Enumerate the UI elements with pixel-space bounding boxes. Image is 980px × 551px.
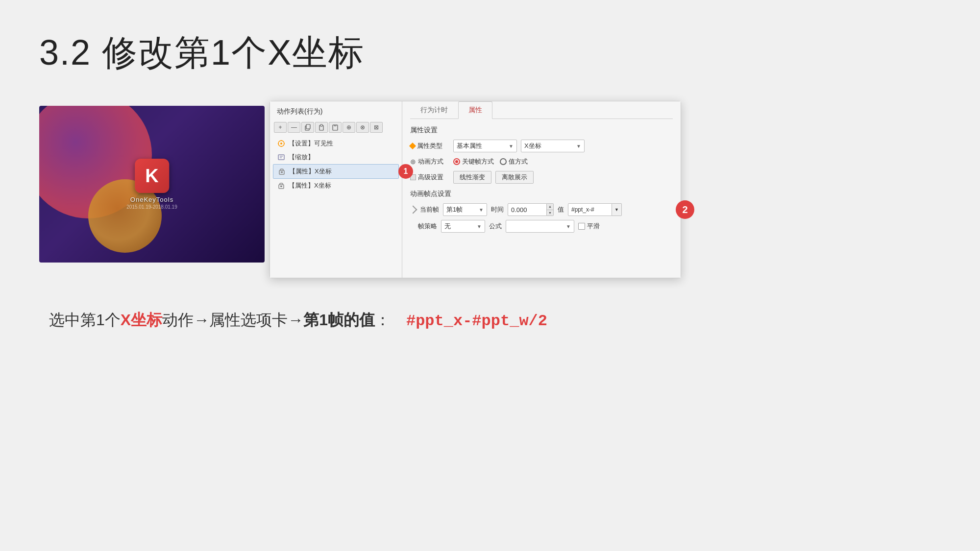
- frame-row: 当前帧 第1帧 ▼ 时间 0.000 ▲ ▼: [410, 203, 673, 216]
- tab-properties[interactable]: 属性: [458, 101, 492, 119]
- desc-before-red: 选中第1个: [49, 311, 121, 329]
- description: 选中第1个X坐标动作→属性选项卡→第1帧的值： #ppt_x-#ppt_w/2: [39, 308, 941, 334]
- svg-rect-3: [320, 124, 322, 126]
- diamond-icon: [409, 143, 416, 149]
- formula-label: 公式: [489, 222, 502, 231]
- tabs-row: 行为计时 属性: [410, 101, 673, 119]
- page-title: 3.2 修改第1个X坐标: [39, 29, 941, 76]
- value-input[interactable]: #ppt_x-#: [568, 203, 612, 216]
- thumbnail: K OneKeyTools 2015.01.19-2018.01.19: [39, 106, 265, 263]
- action-items: 【设置】可见性 【缩放】: [270, 137, 402, 192]
- tab-timing[interactable]: 行为计时: [410, 101, 458, 119]
- action-item-scale-label: 【缩放】: [289, 153, 314, 162]
- advanced-label: 高级设置: [410, 173, 449, 182]
- properties-panel: 行为计时 属性 属性设置 属性类型 基本属性 ▼: [402, 101, 681, 278]
- radio-keyframe[interactable]: 关键帧方式: [453, 157, 494, 166]
- value-label: 值: [558, 205, 564, 214]
- radio-keyframe-circle: [453, 158, 460, 165]
- radio-group: 关键帧方式 值方式: [453, 157, 528, 166]
- prop-type-label: 属性类型: [410, 142, 449, 150]
- desc-bold: 第1帧的值: [303, 311, 375, 329]
- action-item-visibility-label: 【设置】可见性: [289, 139, 333, 148]
- value-input-group: #ppt_x-# ▼: [568, 203, 622, 216]
- smooth-checkbox[interactable]: 平滑: [578, 222, 600, 231]
- prop-coord-select[interactable]: X坐标 ▼: [521, 140, 585, 152]
- frame-select[interactable]: 第1帧 ▼: [443, 203, 487, 216]
- animation-mode-row: ⊕ 动画方式 关键帧方式: [410, 157, 673, 166]
- action-item-xcoord2-label: 【属性】X坐标: [289, 181, 331, 190]
- formula-select[interactable]: ▼: [506, 220, 574, 233]
- btn-discrete[interactable]: 离散展示: [495, 171, 534, 184]
- smooth-checkbox-box: [578, 223, 585, 230]
- frame-strategy-label: 帧策略: [418, 222, 437, 231]
- dialog: 动作列表(行为) + — ⊕: [270, 101, 681, 278]
- frame-select-arrow: ▼: [479, 207, 484, 213]
- time-label: 时间: [491, 205, 504, 214]
- thumbnail-logo: K OneKeyTools 2015.01.19-2018.01.19: [126, 159, 177, 210]
- action-item-scale[interactable]: 【缩放】: [273, 150, 399, 164]
- desc-red-text1: X坐标: [121, 311, 162, 329]
- page: 3.2 修改第1个X坐标 K OneKeyTools 2015.01.19-20…: [0, 0, 980, 551]
- properties-section-title: 属性设置: [410, 126, 673, 135]
- plus-icon: ⊕: [410, 158, 416, 166]
- prop-type-arrow: ▼: [509, 144, 514, 149]
- toolbar-btn7[interactable]: ⊠: [370, 122, 383, 133]
- formula-arrow: ▼: [566, 224, 571, 229]
- radio-value[interactable]: 值方式: [500, 157, 528, 166]
- btn-linear[interactable]: 线性渐变: [453, 171, 491, 184]
- prop-coord-arrow: ▼: [576, 144, 581, 149]
- badge-2: 2: [676, 200, 694, 219]
- advanced-row: 高级设置 线性渐变 离散展示: [410, 171, 673, 184]
- prop-type-select[interactable]: 基本属性 ▼: [453, 140, 517, 152]
- desc-middle: 动作→属性选项卡→: [162, 311, 303, 329]
- content-area: K OneKeyTools 2015.01.19-2018.01.19 动作列表…: [39, 101, 941, 278]
- action-list-panel: 动作列表(行为) + — ⊕: [270, 101, 402, 278]
- action-item-xcoord-2[interactable]: 【属性】X坐标: [273, 179, 399, 192]
- time-input[interactable]: 0.000: [508, 203, 547, 216]
- toolbar-minus-btn[interactable]: —: [288, 122, 300, 133]
- action-item-visibility[interactable]: 【设置】可见性: [273, 137, 399, 150]
- badge-1: 1: [398, 164, 413, 179]
- toolbar-copy-btn[interactable]: [301, 122, 314, 133]
- time-spin-up[interactable]: ▲: [547, 204, 553, 210]
- time-spin-arrows: ▲ ▼: [547, 203, 554, 216]
- thumbnail-brand-name: OneKeyTools: [130, 196, 173, 203]
- frame-strategy-select[interactable]: 无 ▼: [441, 220, 485, 233]
- frames-section-title: 动画帧点设置: [410, 190, 673, 198]
- frame-arrow-icon: [409, 206, 417, 214]
- toolbar-clipboard-btn[interactable]: [329, 122, 342, 133]
- radio-keyframe-inner: [455, 160, 458, 163]
- time-spinbox: 0.000 ▲ ▼: [508, 203, 554, 216]
- desc-code: #ppt_x-#ppt_w/2: [406, 312, 547, 330]
- toolbar-add-btn[interactable]: +: [274, 122, 287, 133]
- action-item-xcoord1-label: 【属性】X坐标: [289, 167, 332, 176]
- xcoord1-icon: [277, 167, 286, 176]
- action-toolbar: + — ⊕ ⊗ ⊠: [270, 120, 402, 137]
- toolbar-btn5[interactable]: ⊕: [343, 122, 355, 133]
- svg-point-6: [280, 143, 282, 144]
- toolbar-paste-btn[interactable]: [315, 122, 328, 133]
- thumbnail-logo-icon: K: [135, 159, 169, 193]
- xcoord2-icon: [277, 181, 286, 190]
- strategy-arrow: ▼: [477, 224, 482, 229]
- thumbnail-date: 2015.01.19-2018.01.19: [126, 204, 177, 210]
- svg-rect-17: [280, 186, 282, 187]
- animation-mode-label: ⊕ 动画方式: [410, 157, 449, 166]
- svg-rect-15: [281, 171, 283, 173]
- scale-icon: [277, 153, 286, 162]
- radio-value-circle: [500, 158, 507, 165]
- svg-rect-1: [306, 124, 310, 129]
- visibility-icon: [277, 139, 286, 148]
- current-frame-label: 当前帧: [420, 205, 439, 214]
- toolbar-btn6[interactable]: ⊗: [356, 122, 369, 133]
- dialog-inner: 动作列表(行为) + — ⊕: [270, 101, 681, 278]
- prop-type-row: 属性类型 基本属性 ▼ X坐标 ▼: [410, 140, 673, 152]
- time-spin-down[interactable]: ▼: [547, 210, 553, 216]
- action-item-xcoord-1[interactable]: 【属性】X坐标 1: [273, 164, 399, 179]
- smooth-label: 平滑: [587, 222, 600, 231]
- svg-rect-11: [278, 155, 284, 160]
- desc-colon: ：: [375, 311, 391, 329]
- action-list-header: 动作列表(行为): [270, 101, 402, 120]
- formula-row: 帧策略 无 ▼ 公式 ▼ 平滑: [410, 220, 673, 233]
- value-dropdown[interactable]: ▼: [612, 203, 622, 216]
